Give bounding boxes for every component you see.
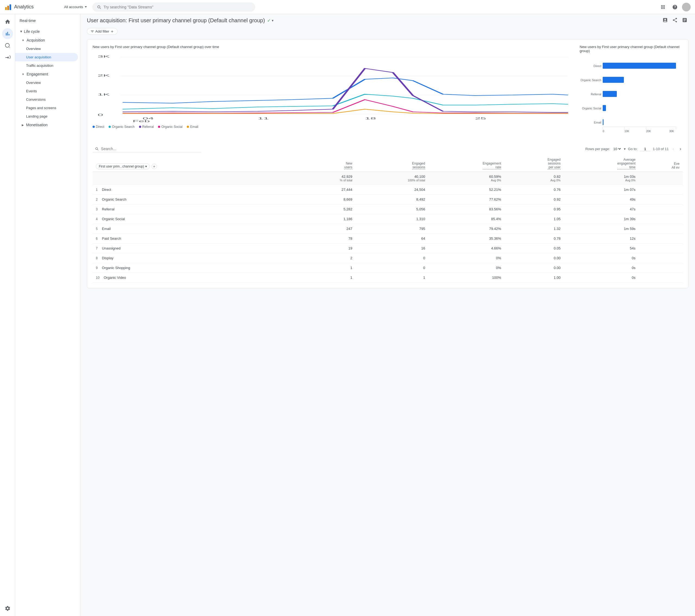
col-header-engagement-rate[interactable]: Engagementrate (428, 156, 504, 172)
add-filter-row: Add filter (87, 28, 689, 35)
apps-button[interactable] (658, 2, 668, 12)
row-engagement-rate: 83.56% (428, 204, 504, 214)
sidebar-lifecycle-header[interactable]: ▼ Life cycle (15, 27, 80, 36)
rail-home[interactable] (2, 16, 13, 27)
channel-name: Direct (102, 188, 111, 192)
sidebar-item-overview[interactable]: Overview (15, 45, 78, 53)
total-eve (639, 172, 683, 185)
channel-name: Organic Social (102, 217, 125, 221)
svg-text:Email: Email (594, 121, 601, 124)
row-eve (639, 224, 683, 234)
title-actions (661, 16, 689, 25)
new-users-col-label: Newusers (344, 161, 352, 169)
legend-email-dot (187, 126, 189, 128)
landing-page-label: Landing page (26, 114, 48, 118)
row-new-users: 1 (298, 263, 355, 273)
rail-explore[interactable] (2, 40, 13, 51)
insights-button[interactable] (681, 16, 689, 25)
row-new-users: 78 (298, 234, 355, 243)
sidebar-engagement-header[interactable]: ▼ Engagement (15, 70, 80, 79)
sidebar-item-pages-screens[interactable]: Pages and screens (15, 104, 78, 112)
channel-name: Organic Video (104, 276, 126, 280)
page-title: User acquisition: First user primary cha… (87, 17, 265, 23)
sidebar-acquisition-header[interactable]: ▼ Acquisition (15, 36, 80, 45)
row-engaged-per-user: 0.00 (504, 253, 564, 263)
row-engaged-per-user: 0.95 (504, 204, 564, 214)
legend-referral[interactable]: Referral (139, 125, 154, 129)
sidebar-monetisation-header[interactable]: ▶ Monetisation (15, 121, 80, 129)
add-filter-label: Add filter (95, 29, 109, 33)
svg-text:25: 25 (475, 117, 486, 120)
add-filter-button[interactable]: Add filter (87, 28, 118, 35)
svg-rect-0 (5, 7, 7, 10)
row-engagement-rate: 52.21% (428, 185, 504, 195)
search-bar[interactable] (92, 2, 255, 12)
sidebar-lifecycle-group: ▼ Life cycle ▼ Acquisition Overview User… (15, 27, 80, 129)
account-selector[interactable]: All accounts (62, 4, 89, 10)
help-icon (672, 4, 678, 10)
legend-organic-social[interactable]: Organic Social (158, 125, 183, 129)
row-channel: 2 Organic Search (92, 195, 298, 204)
goto-label: Go to: (628, 147, 638, 151)
col-header-avg-time[interactable]: Averageengagementtime (564, 156, 639, 172)
traffic-acquisition-label: Traffic acquisition (26, 64, 53, 68)
table-row: 8 Display 2 0 0% 0.00 0s (92, 253, 683, 263)
apps-icon (660, 4, 666, 10)
sidebar-item-events[interactable]: Events (15, 87, 78, 95)
col-header-engaged-per-user[interactable]: Engagedsessionsper user (504, 156, 564, 172)
goto-input[interactable] (640, 147, 650, 151)
legend-email[interactable]: Email (187, 125, 198, 129)
rail-reports[interactable] (2, 28, 13, 39)
row-channel: 8 Display (92, 253, 298, 263)
line-chart-title: New users by First user primary channel … (92, 45, 573, 49)
prev-page-button[interactable]: ‹ (671, 146, 676, 152)
legend-organic-search[interactable]: Organic Search (108, 125, 134, 129)
eve-col-label: EveAll ev (672, 162, 679, 169)
channel-name: Organic Search (102, 198, 126, 202)
legend-direct[interactable]: Direct (92, 125, 104, 129)
svg-text:2K: 2K (98, 74, 110, 77)
check-circle-icon: ✓ (267, 18, 271, 23)
svg-text:Referral: Referral (591, 92, 601, 96)
sidebar-item-landing-page[interactable]: Landing page (15, 112, 78, 121)
table-search-input[interactable] (101, 147, 199, 151)
line-chart-svg: 3K 2K 1K 0 04 Feb 11 (92, 52, 573, 123)
engagement-rate-col-label: Engagementrate (483, 161, 501, 169)
sidebar-item-traffic-acquisition[interactable]: Traffic acquisition (15, 61, 78, 70)
next-page-button[interactable]: › (678, 146, 683, 152)
row-engagement-rate: 77.62% (428, 195, 504, 204)
rail-advertising[interactable] (2, 52, 13, 63)
home-icon (5, 19, 11, 25)
dimension-filter[interactable]: First user prim...channel group) ▾ (96, 164, 150, 169)
insights-icon (682, 17, 688, 23)
bar-chart-icon (5, 31, 11, 37)
sidebar-item-user-acquisition[interactable]: User acquisition (15, 53, 78, 61)
svg-text:Feb: Feb (133, 120, 150, 123)
chevron-down-2-icon: ▼ (22, 39, 24, 42)
app-title: Analytics (14, 4, 34, 10)
row-avg-time: 12s (564, 234, 639, 243)
help-button[interactable] (670, 2, 680, 12)
row-new-users: 1 (298, 273, 355, 283)
main-content: A All Users Add comparison Last 28 days … (80, 0, 695, 293)
add-dimension-button[interactable]: + (152, 164, 157, 169)
col-header-new-users[interactable]: Newusers (298, 156, 355, 172)
legend-referral-dot (139, 126, 141, 128)
rows-per-page-select[interactable]: 10 25 50 (612, 147, 622, 151)
table-search[interactable] (92, 146, 201, 152)
svg-text:10K: 10K (624, 130, 629, 133)
col-header-eve[interactable]: EveAll ev (639, 156, 683, 172)
row-engaged-per-user: 1.05 (504, 214, 564, 224)
col-header-engaged-sessions[interactable]: Engagedsessions (356, 156, 428, 172)
sidebar-item-conversions[interactable]: Conversions (15, 95, 78, 104)
row-engaged-per-user: 0.78 (504, 234, 564, 243)
channel-name: Referral (102, 207, 114, 211)
sidebar-item-engagement-overview[interactable]: Overview (15, 79, 78, 87)
row-avg-time: 49s (564, 195, 639, 204)
title-dropdown-icon[interactable]: ▾ (272, 18, 274, 22)
report-settings-button[interactable] (661, 16, 669, 25)
user-avatar[interactable] (682, 3, 691, 12)
sidebar-item-realtime[interactable]: Real-time (15, 16, 78, 25)
search-input[interactable] (103, 5, 251, 9)
share-button[interactable] (671, 16, 679, 25)
